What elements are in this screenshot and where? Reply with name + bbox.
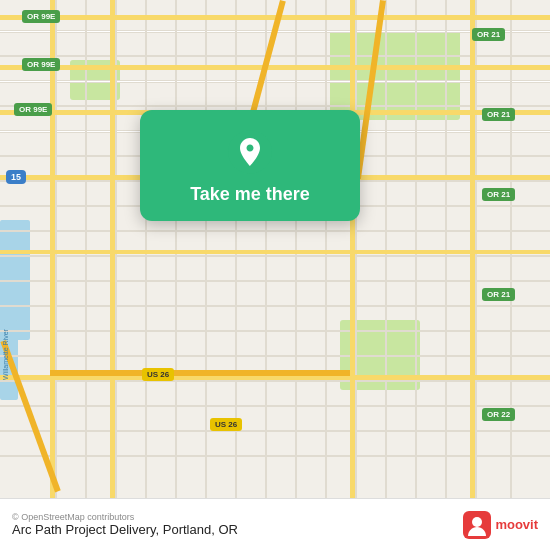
- street-v-7: [235, 0, 237, 550]
- street-v-15: [475, 0, 477, 550]
- shield-us26-2: US 26: [210, 418, 242, 431]
- shield-or99e-2: OR 99E: [22, 58, 60, 71]
- street-h-4: [0, 105, 550, 107]
- major-road-h-5: [0, 250, 550, 254]
- street-v-1: [55, 0, 57, 550]
- map-background: OR 99E OR 99E OR 99E 15 OR 21 OR 21 OR 2…: [0, 0, 550, 550]
- street-v-14: [445, 0, 447, 550]
- street-v-6: [205, 0, 207, 550]
- street-h-12: [0, 305, 550, 307]
- shield-us26-1: US 26: [142, 368, 174, 381]
- street-v-12: [385, 0, 387, 550]
- moovit-icon: [463, 511, 491, 539]
- street-h-18: [0, 455, 550, 457]
- major-road-v-3: [350, 0, 355, 550]
- place-name-text: Arc Path Project Delivery, Portland, OR: [12, 522, 238, 537]
- moovit-text: moovit: [495, 517, 538, 532]
- svg-point-2: [472, 517, 482, 527]
- major-road-v-4: [470, 0, 475, 550]
- street-h-11: [0, 280, 550, 282]
- bottom-left-info: © OpenStreetMap contributors Arc Path Pr…: [12, 512, 238, 537]
- shield-or21-3: OR 21: [482, 188, 515, 201]
- street-v-8: [265, 0, 267, 550]
- map-container: OR 99E OR 99E OR 99E 15 OR 21 OR 21 OR 2…: [0, 0, 550, 550]
- major-road-h-2: [0, 65, 550, 70]
- bottom-bar: © OpenStreetMap contributors Arc Path Pr…: [0, 498, 550, 550]
- shield-or22: OR 22: [482, 408, 515, 421]
- street-v-4: [145, 0, 147, 550]
- shield-or99e-3: OR 99E: [14, 103, 52, 116]
- shield-or21-1: OR 21: [472, 28, 505, 41]
- moovit-logo: moovit: [463, 511, 538, 539]
- us26-highway-h: [50, 370, 350, 376]
- street-v-16: [510, 0, 512, 550]
- shield-or99e-1: OR 99E: [22, 10, 60, 23]
- street-v-3: [115, 0, 117, 550]
- major-road-v-2: [110, 0, 115, 550]
- street-h-15: [0, 380, 550, 382]
- street-h-2: [0, 55, 550, 57]
- street-h-16: [0, 405, 550, 407]
- attribution-text: © OpenStreetMap contributors: [12, 512, 238, 522]
- action-label[interactable]: Take me there: [190, 184, 310, 205]
- street-v-10: [325, 0, 327, 550]
- location-pin-icon: [228, 130, 272, 174]
- water-label: Willamette River: [2, 352, 9, 380]
- street-h-13: [0, 330, 550, 332]
- street-v-5: [175, 0, 177, 550]
- street-v-9: [295, 0, 297, 550]
- shield-i15: 15: [6, 170, 26, 184]
- street-v-11: [355, 0, 357, 550]
- action-card[interactable]: Take me there: [140, 110, 360, 221]
- street-v-2: [85, 0, 87, 550]
- street-h-17: [0, 430, 550, 432]
- street-h-9: [0, 230, 550, 232]
- shield-or21-4: OR 21: [482, 288, 515, 301]
- street-h-10: [0, 255, 550, 257]
- shield-or21-2: OR 21: [482, 108, 515, 121]
- street-h-14: [0, 355, 550, 357]
- street-h-3: [0, 80, 550, 83]
- street-v-13: [415, 0, 417, 550]
